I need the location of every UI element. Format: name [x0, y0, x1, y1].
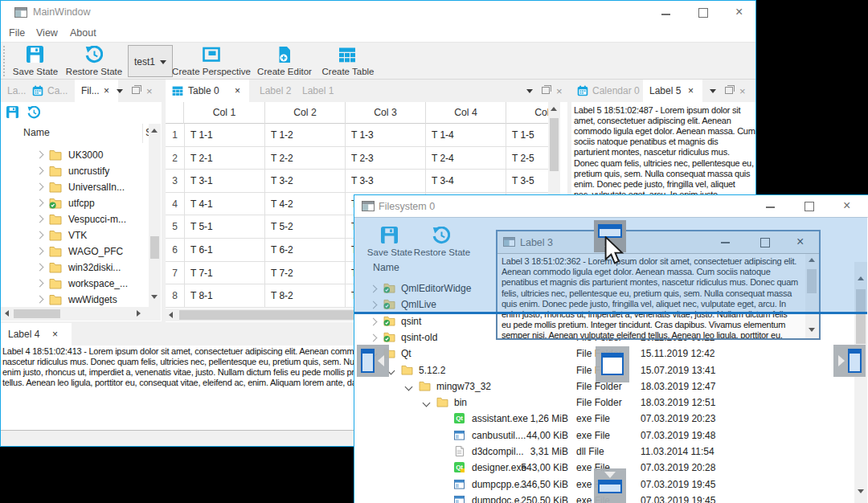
- table-cell[interactable]: T 2-1: [184, 147, 264, 170]
- table-cell[interactable]: T 2-4: [425, 147, 506, 170]
- table-cell[interactable]: T 1-5: [506, 124, 548, 146]
- table-cell[interactable]: T 2-5: [506, 147, 548, 170]
- scroll-down-icon[interactable]: [151, 295, 158, 299]
- close-panel-icon[interactable]: ×: [739, 85, 746, 97]
- tab-ca-[interactable]: Ca...: [28, 80, 75, 102]
- create-editor-button[interactable]: Create Editor: [253, 67, 316, 76]
- tab-list-caret-icon[interactable]: [526, 89, 533, 96]
- restore-state-icon[interactable]: [27, 106, 40, 119]
- table-cell[interactable]: T 2-3: [345, 147, 425, 170]
- create-editor-icon[interactable]: [276, 46, 293, 63]
- chevron-right-icon[interactable]: [36, 264, 44, 272]
- close-panel-icon[interactable]: ×: [556, 85, 563, 97]
- dock-indicator-bottom[interactable]: [594, 468, 626, 503]
- table-cell[interactable]: T 4-2: [264, 193, 345, 215]
- tree-item-workspace-[interactable]: workspace_...: [1, 276, 149, 292]
- menu-item-file[interactable]: File: [9, 24, 25, 42]
- tree-item-universalin-[interactable]: UniversalIn...: [1, 179, 149, 195]
- scroll-up-icon[interactable]: [151, 129, 158, 133]
- scroll-right-icon[interactable]: [137, 310, 141, 317]
- tab-close-icon[interactable]: ×: [104, 85, 109, 96]
- restore-state-icon[interactable]: [85, 46, 103, 63]
- table-cell[interactable]: T 3-5: [506, 170, 548, 192]
- chevron-right-icon[interactable]: [36, 231, 44, 239]
- tab-list-caret-icon[interactable]: [117, 89, 123, 96]
- chevron-right-icon[interactable]: [370, 317, 378, 325]
- column-header-3[interactable]: Col 3: [345, 102, 425, 124]
- dock-indicator-left[interactable]: [357, 345, 389, 377]
- table-cell[interactable]: T 1-3: [345, 124, 425, 146]
- tab-label-1[interactable]: Label 1: [294, 80, 336, 102]
- column-divider[interactable]: [142, 124, 143, 143]
- scroll-left-icon[interactable]: [5, 310, 9, 317]
- file-row-bin[interactable]: binFile Folder18.03.2019 12:51: [354, 395, 853, 411]
- tab-la-[interactable]: La...: [1, 80, 28, 102]
- tree-item-utfcpp[interactable]: utfcpp: [1, 195, 149, 211]
- chevron-down-icon[interactable]: [423, 399, 431, 407]
- h-scrollbar[interactable]: [1, 307, 161, 321]
- dock-indicator-center[interactable]: [596, 346, 629, 382]
- tree-header-name[interactable]: Name: [23, 127, 50, 138]
- create-table-icon[interactable]: [338, 46, 356, 63]
- chevron-right-icon[interactable]: [36, 151, 44, 159]
- file-row-assistant-exe[interactable]: Qtassistant.exe1,26 MiBexe File07.03.201…: [354, 411, 853, 427]
- table-cell[interactable]: T 5-2: [264, 215, 345, 238]
- tab-close-icon[interactable]: ×: [52, 329, 58, 340]
- column-header-1[interactable]: Col 1: [184, 102, 264, 124]
- tree-item-uk3000[interactable]: UK3000: [1, 147, 149, 163]
- chevron-right-icon[interactable]: [36, 183, 44, 191]
- tree-item-win32diski-[interactable]: win32diski...: [1, 260, 149, 276]
- float-panel-icon[interactable]: [542, 87, 550, 94]
- file-row-d3dcompil-[interactable]: d3dcompil...3,31 MiBdll File11.03.2014 1…: [354, 444, 853, 460]
- create-perspective-button[interactable]: Create Perspective: [170, 67, 252, 76]
- table-cell[interactable]: T 1-4: [425, 124, 506, 146]
- chevron-down-icon[interactable]: [405, 382, 413, 391]
- column-header-2[interactable]: Col 2: [264, 102, 345, 124]
- scroll-left-icon[interactable]: [169, 312, 173, 318]
- create-table-button[interactable]: Create Table: [319, 67, 377, 76]
- close-panel-icon[interactable]: ×: [146, 85, 153, 97]
- table-cell[interactable]: T 7-1: [184, 262, 264, 284]
- close-icon[interactable]: ×: [843, 199, 850, 212]
- chevron-right-icon[interactable]: [370, 333, 378, 341]
- save-state-button[interactable]: Save State: [9, 67, 62, 76]
- column-header-4[interactable]: Col 4: [425, 102, 506, 124]
- table-cell[interactable]: T 6-1: [184, 239, 264, 261]
- float-panel-icon[interactable]: [132, 87, 140, 94]
- save-state-icon[interactable]: [27, 46, 43, 63]
- tree-item-uncrustify[interactable]: uncrustify: [1, 163, 149, 179]
- table-cell[interactable]: T 2-2: [264, 147, 345, 170]
- tab-close-icon[interactable]: ×: [235, 85, 240, 96]
- tab-calendar-0[interactable]: Calendar 0: [572, 80, 643, 102]
- table-cell[interactable]: T 8-2: [264, 284, 345, 307]
- tab-label-2[interactable]: Label 2: [252, 80, 293, 102]
- save-state-icon[interactable]: [6, 106, 18, 118]
- dock-indicator-right[interactable]: [833, 345, 866, 377]
- tab-table-0[interactable]: Table 0×: [166, 80, 249, 102]
- table-cell[interactable]: T 4-1: [184, 193, 264, 215]
- chevron-right-icon[interactable]: [36, 199, 44, 207]
- menu-item-about[interactable]: About: [70, 24, 96, 42]
- tree-item-vespucci-m-[interactable]: Vespucci-m...: [1, 211, 149, 227]
- main-titlebar[interactable]: MainWindow ×: [1, 1, 755, 24]
- toolbar-drag-handle[interactable]: [3, 46, 5, 76]
- close-icon[interactable]: ×: [735, 6, 743, 18]
- tab-close-icon[interactable]: ×: [688, 85, 694, 96]
- create-perspective-icon[interactable]: [203, 46, 220, 63]
- chevron-right-icon[interactable]: [36, 247, 44, 256]
- table-cell[interactable]: T 8-1: [184, 284, 264, 307]
- chevron-right-icon[interactable]: [36, 280, 44, 288]
- table-cell[interactable]: T 3-4: [425, 170, 506, 192]
- tree-item-vtk[interactable]: VTK: [1, 227, 149, 243]
- table-cell[interactable]: T 5-1: [184, 215, 264, 238]
- perspective-select[interactable]: test1: [128, 45, 173, 77]
- minimize-icon[interactable]: [766, 207, 775, 208]
- tree-item-wago-pfc[interactable]: WAGO_PFC: [1, 243, 149, 260]
- table-cell[interactable]: T 3-1: [184, 170, 264, 192]
- float-panel-icon[interactable]: [725, 87, 733, 94]
- table-cell[interactable]: T 6-2: [264, 239, 345, 261]
- restore-state-button[interactable]: Restore State: [62, 67, 126, 76]
- scroll-up-icon[interactable]: [551, 107, 557, 111]
- tab-fil-[interactable]: Fil...×: [75, 80, 118, 102]
- table-cell[interactable]: T 7-2: [264, 262, 345, 284]
